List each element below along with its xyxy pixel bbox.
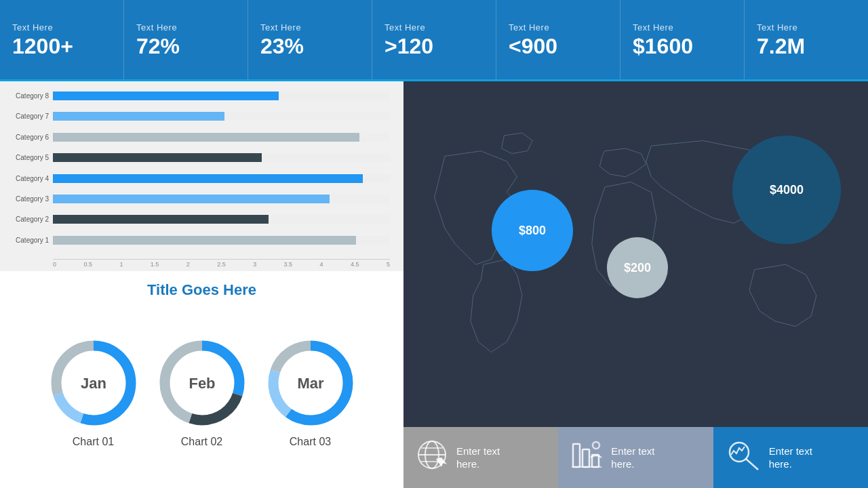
bar-row: Category 4 [7,174,390,183]
bar-track [53,195,390,203]
stat-value-0: 1200+ [12,35,111,57]
svg-line-26 [746,459,758,470]
bubble-200-label: $200 [624,261,651,275]
stat-value-5: $1600 [633,35,732,57]
donut-section: Title Goes Here JanChart 01FebChart 02Ma… [0,271,403,488]
svg-rect-21 [573,444,580,467]
stat-item-2: Text Here 23% [248,0,372,79]
right-panel: $800 $200 $4000 [403,81,868,488]
bar-track [53,92,390,100]
donut-item-0: JanChart 01 [46,336,141,448]
stat-label-0: Text Here [12,22,111,33]
stat-value-6: 7.2M [757,35,856,57]
bottom-item-2: Enter texthere. [713,427,868,488]
stat-label-3: Text Here [384,22,484,33]
donut-charts: JanChart 01FebChart 02MarChart 03 [46,306,358,478]
svg-text:Jan: Jan [81,375,106,392]
stat-label-2: Text Here [260,22,359,33]
bar-row: Category 7 [7,112,390,121]
bar-category-label: Category 2 [7,216,53,223]
bar-fill [53,153,262,162]
bar-track [53,215,390,224]
stat-item-1: Text Here 72% [124,0,248,79]
main-content: Category 8Category 7Category 6Category 5… [0,81,868,488]
donut-svg-2: Mar [263,336,358,430]
donut-chart-label-2: Chart 03 [290,436,331,448]
stat-item-3: Text Here >120 [372,0,496,79]
bar-fill [53,174,363,183]
bar-chart-section: Category 8Category 7Category 6Category 5… [0,81,403,271]
bottom-item-1: Enter texthere. [558,427,713,488]
stat-value-4: <900 [509,35,608,57]
bar-category-label: Category 7 [7,113,53,120]
bar-row: Category 2 [7,215,390,224]
donut-chart-label-0: Chart 01 [73,436,114,448]
chart-icon [570,439,603,477]
bar-category-label: Category 1 [7,237,53,244]
bar-fill [53,195,330,203]
bubble-4000: $4000 [732,136,841,244]
bar-track [53,174,390,183]
bar-category-label: Category 3 [7,195,53,203]
svg-rect-22 [583,449,589,467]
donut-svg-1: Feb [155,336,250,430]
left-panel: Category 8Category 7Category 6Category 5… [0,81,403,488]
search-analytics-icon [726,439,761,477]
bar-fill [53,236,356,245]
stat-label-5: Text Here [633,22,732,33]
bar-track [53,153,390,162]
svg-point-24 [593,442,599,449]
donut-item-2: MarChart 03 [263,336,358,448]
stat-value-3: >120 [384,35,484,57]
bottom-text-0: Enter texthere. [456,445,500,471]
stat-value-2: 23% [260,35,359,57]
donut-title: Title Goes Here [147,281,256,299]
svg-text:Feb: Feb [189,375,215,392]
bottom-bar: Enter texthere. Enter texthere. [403,427,868,488]
bar-axis: 00.511.522.533.544.55 [7,259,390,268]
donut-svg-0: Jan [46,336,141,430]
stat-item-4: Text Here <900 [496,0,620,79]
bottom-text-2: Enter texthere. [769,445,812,471]
bar-chart: Category 8Category 7Category 6Category 5… [7,92,390,268]
bar-row: Category 5 [7,153,390,162]
bar-fill [53,215,269,224]
bar-fill [53,112,224,121]
globe-icon [416,439,448,477]
bar-category-label: Category 6 [7,134,53,141]
bubble-800-label: $800 [519,224,546,238]
bar-category-label: Category 4 [7,175,53,182]
stat-label-6: Text Here [757,22,856,33]
bar-row: Category 8 [7,92,390,100]
bar-fill [53,92,279,100]
stat-label-4: Text Here [509,22,608,33]
bubble-200: $200 [607,237,668,298]
bar-track [53,112,390,121]
bar-track [53,133,390,142]
map-area: $800 $200 $4000 [403,81,868,427]
bottom-item-0: Enter texthere. [403,427,558,488]
donut-chart-label-1: Chart 02 [181,436,222,448]
stat-label-1: Text Here [136,22,235,33]
bar-category-label: Category 5 [7,154,53,161]
donut-item-1: FebChart 02 [155,336,250,448]
svg-text:Mar: Mar [297,375,324,392]
bar-fill [53,133,359,142]
bar-row: Category 6 [7,133,390,142]
bubble-800: $800 [492,190,573,271]
bar-row: Category 1 [7,236,390,245]
stat-item-5: Text Here $1600 [620,0,745,79]
stat-item-0: Text Here 1200+ [0,0,124,79]
stat-item-6: Text Here 7.2M [745,0,868,79]
stat-value-1: 72% [136,35,235,57]
bubble-4000-label: $4000 [770,183,804,197]
bottom-text-1: Enter texthere. [611,445,654,471]
stats-bar: Text Here 1200+ Text Here 72% Text Here … [0,0,868,81]
bar-category-label: Category 8 [7,92,53,100]
bar-row: Category 3 [7,195,390,203]
bar-track [53,236,390,245]
